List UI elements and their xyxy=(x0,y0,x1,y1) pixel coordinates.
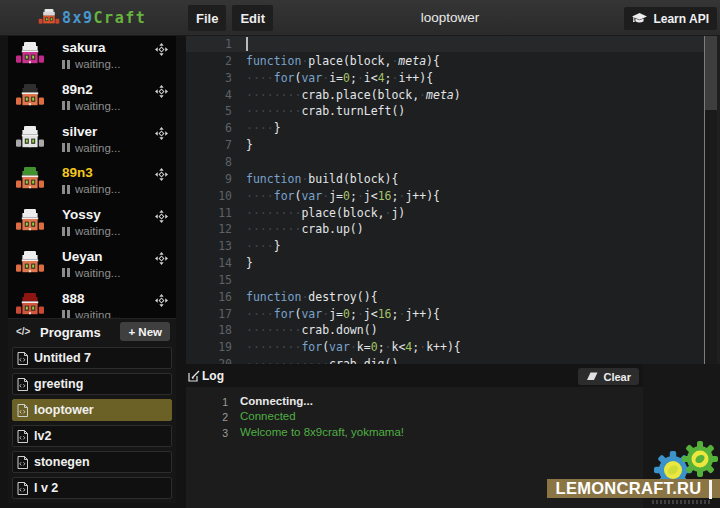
program-list-item[interactable]: lv2 xyxy=(12,425,172,447)
program-list-item[interactable]: stonegen xyxy=(12,451,172,473)
program-list: Untitled 7 greeting looptower lv2 stoneg… xyxy=(12,347,172,503)
code-line-text: } xyxy=(246,255,253,272)
line-number: 12 xyxy=(186,221,232,238)
code-line: 4 ········crab.place(block,·meta) xyxy=(186,87,704,104)
line-number: 8 xyxy=(186,154,232,171)
pause-icon xyxy=(62,310,70,318)
edit-menu-button[interactable]: Edit xyxy=(232,5,273,31)
program-file-icon xyxy=(17,456,28,469)
program-list-item[interactable]: Untitled 7 xyxy=(12,347,172,369)
robot-list-item[interactable]: 89n2 waiting... xyxy=(8,78,176,120)
robot-list-item[interactable]: Ueyan waiting... xyxy=(8,245,176,287)
robot-list-item[interactable]: silver waiting... xyxy=(8,120,176,162)
log-entry-text: Connecting... xyxy=(240,395,313,407)
code-line: 5 ········crab.turnLeft() xyxy=(186,103,704,120)
line-number: 5 xyxy=(186,103,232,120)
code-line-text: function·destroy(){ xyxy=(246,289,378,306)
robot-name: 89n3 xyxy=(62,165,93,180)
code-line: 16 function·destroy(){ xyxy=(186,289,704,306)
program-list-item[interactable]: looptower xyxy=(12,399,172,421)
code-line: 17 ····for(var·j=0;·j<16;·j++){ xyxy=(186,306,704,323)
code-line: 3 ····for(var·i=0;·i<4;·i++){ xyxy=(186,70,704,87)
learn-api-label: Learn API xyxy=(653,12,709,26)
teleport-move-icon[interactable] xyxy=(155,210,168,223)
robot-status: waiting... xyxy=(62,58,120,70)
code-line: 8 xyxy=(186,154,704,171)
robot-list-item[interactable]: sakura waiting... xyxy=(8,36,176,78)
code-line-text: ········place(block,·j) xyxy=(246,205,405,222)
code-icon: </> xyxy=(16,326,30,337)
teleport-move-icon[interactable] xyxy=(155,294,168,307)
robot-name: silver xyxy=(62,124,97,139)
code-line: 9 function·build(block){ xyxy=(186,171,704,188)
code-line-text: ········for(var·k=0;·k<4;·k++){ xyxy=(246,339,461,356)
menu-bar: File Edit xyxy=(188,5,273,31)
line-number: 1 xyxy=(186,36,232,53)
programs-title: Programs xyxy=(40,325,101,340)
scrollbar-thumb[interactable] xyxy=(705,36,717,110)
robot-name: sakura xyxy=(62,40,106,55)
teleport-move-icon[interactable] xyxy=(155,127,168,140)
clear-log-label: Clear xyxy=(603,371,631,383)
top-bar: 8x9Craft File Edit looptower Learn API xyxy=(0,0,720,36)
log-entry: 2 Connected xyxy=(186,410,643,425)
robot-list-item[interactable]: 888 waiting... xyxy=(8,287,176,318)
robot-name: Ueyan xyxy=(62,249,103,264)
code-line: 20 ············crab.dig() xyxy=(186,356,704,364)
robot-list: sakura waiting... xyxy=(8,36,176,318)
watermark-text: LEMONCRAFT.RU xyxy=(556,479,712,498)
robot-status: waiting... xyxy=(62,309,120,318)
logo-text-craft: Craft xyxy=(94,9,147,27)
log-header: Log Clear xyxy=(186,366,643,387)
robot-name: Yossy xyxy=(62,207,101,222)
watermark-fine-print xyxy=(652,500,710,504)
program-file-icon xyxy=(17,404,28,417)
robot-crab-icon xyxy=(16,293,44,316)
pause-icon xyxy=(62,268,70,277)
teleport-move-icon[interactable] xyxy=(155,43,168,56)
robot-status-text: waiting... xyxy=(75,225,120,237)
programs-header: </> Programs + New xyxy=(8,319,176,346)
log-entry-text: Welcome to 8x9craft, yokmama! xyxy=(240,426,404,438)
pause-icon xyxy=(62,185,70,194)
code-line-text: ········crab.turnLeft() xyxy=(246,103,405,120)
pause-icon xyxy=(62,227,70,236)
log-entry: 1 Connecting... xyxy=(186,395,643,410)
program-list-item[interactable]: l v 2 xyxy=(12,477,172,499)
code-editor[interactable]: 1 2 function·place(block,·meta){ 3 ····f… xyxy=(186,36,720,364)
code-line: 15 xyxy=(186,272,704,289)
file-menu-button[interactable]: File xyxy=(188,5,226,31)
log-entry-number: 3 xyxy=(186,427,228,439)
teleport-move-icon[interactable] xyxy=(155,252,168,265)
graduation-cap-icon xyxy=(632,13,647,25)
robot-crab-icon xyxy=(16,126,44,149)
pause-icon xyxy=(62,60,70,69)
line-number: 18 xyxy=(186,322,232,339)
code-line: 6 ····} xyxy=(186,120,704,137)
robot-status-text: waiting... xyxy=(75,58,120,70)
line-number: 4 xyxy=(186,87,232,104)
text-cursor xyxy=(246,37,248,51)
code-line-text: ····for(var·j=0;·j<16;·j++){ xyxy=(246,188,440,205)
code-line: 18 ········crab.down() xyxy=(186,322,704,339)
robot-list-item[interactable]: Yossy waiting... xyxy=(8,203,176,245)
learn-api-button[interactable]: Learn API xyxy=(624,7,717,30)
editor-scrollbar[interactable] xyxy=(705,36,717,364)
robot-crab-icon xyxy=(16,42,44,65)
code-line-text: ········crab.place(block,·meta) xyxy=(246,87,461,104)
robot-crab-icon xyxy=(16,209,44,232)
log-edit-icon xyxy=(188,370,200,382)
robot-status-text: waiting... xyxy=(75,183,120,195)
robot-crab-icon xyxy=(16,167,44,190)
program-list-item[interactable]: greeting xyxy=(12,373,172,395)
code-line: 13 ····} xyxy=(186,238,704,255)
line-number: 7 xyxy=(186,137,232,154)
new-program-button[interactable]: + New xyxy=(120,322,170,341)
robot-status-text: waiting... xyxy=(75,267,120,279)
clear-log-button[interactable]: Clear xyxy=(578,368,639,385)
robot-list-item[interactable]: 89n3 waiting... xyxy=(8,161,176,203)
code-line: 7 } xyxy=(186,137,704,154)
logo-text-8x9: 8x9 xyxy=(62,9,94,27)
teleport-move-icon[interactable] xyxy=(155,85,168,98)
teleport-move-icon[interactable] xyxy=(155,168,168,181)
